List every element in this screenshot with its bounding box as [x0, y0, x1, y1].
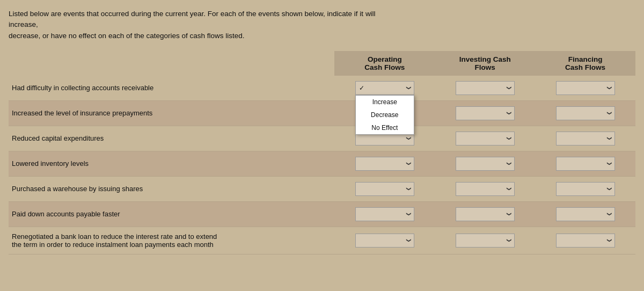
- financing-dropdown-cell: IncreaseDecreaseNo Effect: [535, 126, 635, 151]
- investing-dropdown-cell: IncreaseDecreaseNo Effect: [435, 201, 535, 227]
- dropdown-option-decrease[interactable]: Decrease: [356, 108, 414, 121]
- investing-select-row4[interactable]: IncreaseDecreaseNo Effect: [456, 157, 515, 171]
- financing-dropdown-cell: IncreaseDecreaseNo Effect: [535, 201, 635, 227]
- dropdown-option-increase[interactable]: Increase: [356, 96, 414, 108]
- investing-dropdown-cell: IncreaseDecreaseNo Effect: [435, 227, 535, 254]
- financing-select-row7[interactable]: IncreaseDecreaseNo Effect: [556, 234, 615, 248]
- event-label: Paid down accounts payable faster: [9, 201, 334, 227]
- cash-flows-table: Operating Cash Flows Investing Cash Flow…: [9, 51, 635, 254]
- col-financing-header: Financing Cash Flows: [535, 51, 635, 76]
- dropdown-menu-open: IncreaseDecreaseNo Effect: [355, 95, 414, 135]
- main-container: Listed below are events that occurred du…: [9, 9, 635, 254]
- table-row: Increased the level of insurance prepaym…: [9, 100, 635, 126]
- table-row: Reduced capital expendituresIncreaseDecr…: [9, 126, 635, 151]
- operating-select-row5[interactable]: IncreaseDecreaseNo Effect: [355, 182, 414, 196]
- financing-select-row4[interactable]: IncreaseDecreaseNo Effect: [556, 157, 615, 171]
- investing-select-row6[interactable]: IncreaseDecreaseNo Effect: [456, 207, 515, 221]
- event-label: Purchased a warehouse by issuing shares: [9, 176, 334, 201]
- instructions-text: Listed below are events that occurred du…: [9, 9, 384, 41]
- event-label: Lowered inventory levels: [9, 151, 334, 176]
- operating-dropdown-cell: ✓❯IncreaseDecreaseNo Effect: [334, 76, 435, 101]
- col-investing-header: Investing Cash Flows: [435, 51, 535, 76]
- investing-dropdown-cell: IncreaseDecreaseNo Effect: [435, 151, 535, 176]
- table-row: Lowered inventory levelsIncreaseDecrease…: [9, 151, 635, 176]
- table-row: Had difficulty in collecting accounts re…: [9, 76, 635, 101]
- investing-select-row5[interactable]: IncreaseDecreaseNo Effect: [456, 182, 515, 196]
- financing-dropdown-cell: IncreaseDecreaseNo Effect: [535, 227, 635, 254]
- investing-select-row2[interactable]: IncreaseDecreaseNo Effect: [456, 106, 515, 120]
- table-row: Renegotiated a bank loan to reduce the i…: [9, 227, 635, 254]
- operating-dropdown-cell: IncreaseDecreaseNo Effect: [334, 227, 435, 254]
- event-label: Renegotiated a bank loan to reduce the i…: [9, 227, 334, 254]
- financing-dropdown-cell: IncreaseDecreaseNo Effect: [535, 176, 635, 201]
- financing-dropdown-cell: IncreaseDecreaseNo Effect: [535, 100, 635, 126]
- operating-dropdown-cell: IncreaseDecreaseNo Effect: [334, 201, 435, 227]
- financing-select-row2[interactable]: IncreaseDecreaseNo Effect: [556, 106, 615, 120]
- table-row: Paid down accounts payable fasterIncreas…: [9, 201, 635, 227]
- financing-select-row1[interactable]: IncreaseDecreaseNo Effect: [556, 81, 615, 95]
- operating-dropdown-cell: IncreaseDecreaseNo Effect: [334, 151, 435, 176]
- investing-dropdown-cell: IncreaseDecreaseNo Effect: [435, 76, 535, 101]
- event-label: Had difficulty in collecting accounts re…: [9, 76, 334, 101]
- col-operating-header: Operating Cash Flows: [334, 51, 435, 76]
- financing-select-row6[interactable]: IncreaseDecreaseNo Effect: [556, 207, 615, 221]
- investing-select-row7[interactable]: IncreaseDecreaseNo Effect: [456, 234, 515, 248]
- investing-select-row3[interactable]: IncreaseDecreaseNo Effect: [456, 132, 515, 146]
- operating-select-row6[interactable]: IncreaseDecreaseNo Effect: [355, 207, 414, 221]
- col-event-header: [9, 51, 334, 76]
- financing-dropdown-cell: IncreaseDecreaseNo Effect: [535, 76, 635, 101]
- investing-select-row1[interactable]: IncreaseDecreaseNo Effect: [456, 81, 515, 95]
- operating-dropdown-row1[interactable]: ✓❯: [355, 81, 414, 95]
- operating-select-row4[interactable]: IncreaseDecreaseNo Effect: [355, 157, 414, 171]
- financing-dropdown-cell: IncreaseDecreaseNo Effect: [535, 151, 635, 176]
- event-label: Increased the level of insurance prepaym…: [9, 100, 334, 126]
- dropdown-option-no-effect[interactable]: No Effect: [356, 121, 414, 134]
- investing-dropdown-cell: IncreaseDecreaseNo Effect: [435, 100, 535, 126]
- investing-dropdown-cell: IncreaseDecreaseNo Effect: [435, 126, 535, 151]
- investing-dropdown-cell: IncreaseDecreaseNo Effect: [435, 176, 535, 201]
- financing-select-row3[interactable]: IncreaseDecreaseNo Effect: [556, 132, 615, 146]
- financing-select-row5[interactable]: IncreaseDecreaseNo Effect: [556, 182, 615, 196]
- table-row: Purchased a warehouse by issuing sharesI…: [9, 176, 635, 201]
- operating-select-row7[interactable]: IncreaseDecreaseNo Effect: [355, 234, 414, 248]
- event-label: Reduced capital expenditures: [9, 126, 334, 151]
- operating-dropdown-cell: IncreaseDecreaseNo Effect: [334, 176, 435, 201]
